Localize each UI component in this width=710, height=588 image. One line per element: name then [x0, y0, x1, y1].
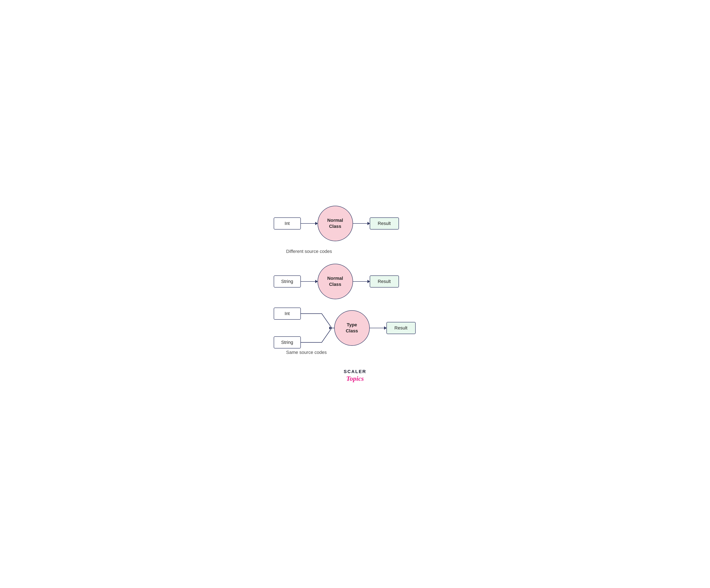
arrow-2 [353, 223, 370, 224]
merge-inputs: Int String [274, 308, 301, 348]
merge-diagram: Int String [274, 308, 436, 348]
logo-topics: Topics [346, 375, 364, 383]
output-box-result-2: Result [370, 275, 399, 288]
arrow-5 [370, 328, 386, 328]
diagram-row-1: Int NormalClass Result [274, 206, 436, 241]
logo-container: SCALER Topics [274, 369, 436, 383]
bottom-section: Int String [274, 308, 436, 359]
arrow-1 [301, 223, 317, 224]
arrow-4 [353, 281, 370, 282]
input-box-string-1: String [274, 275, 301, 288]
top-section: Int NormalClass Result Different source … [274, 206, 436, 299]
normal-class-node-1: NormalClass [317, 206, 353, 241]
logo-scaler: SCALER [344, 369, 366, 374]
different-source-label: Different source codes [286, 249, 436, 254]
arrow-3 [301, 281, 317, 282]
diagram-row-2: String NormalClass Result [274, 264, 436, 299]
input-box-int-2: Int [274, 308, 301, 320]
input-box-string-2: String [274, 336, 301, 348]
merge-lines [301, 308, 334, 348]
svg-marker-0 [329, 326, 332, 329]
normal-class-node-2: NormalClass [317, 264, 353, 299]
type-class-node: TypeClass [334, 310, 370, 346]
same-source-label: Same source codes [286, 350, 436, 355]
main-container: Int NormalClass Result Different source … [274, 206, 436, 383]
merge-svg [301, 308, 334, 348]
bottom-right: TypeClass Result [334, 310, 416, 346]
output-box-result-3: Result [386, 322, 416, 334]
input-box-int-1: Int [274, 217, 301, 229]
output-box-result-1: Result [370, 217, 399, 229]
